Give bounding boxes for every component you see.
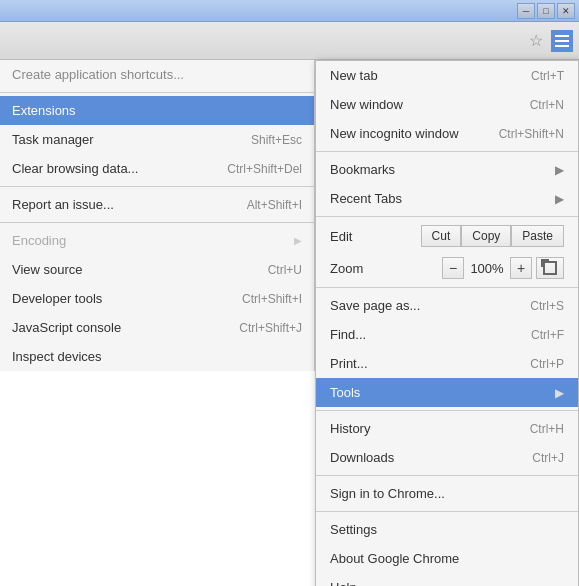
inspect-devices-label: Inspect devices: [12, 349, 102, 364]
left-separator-3: [0, 222, 314, 223]
menu-item-sign-in[interactable]: Sign in to Chrome...: [316, 479, 578, 508]
right-sep-6: [316, 511, 578, 512]
zoom-fullscreen-button[interactable]: [536, 257, 564, 279]
new-window-label: New window: [330, 97, 403, 112]
print-label: Print...: [330, 356, 368, 371]
right-sep-3: [316, 287, 578, 288]
javascript-console-label: JavaScript console: [12, 320, 121, 335]
menu-item-find[interactable]: Find... Ctrl+F: [316, 320, 578, 349]
zoom-value: 100%: [468, 261, 506, 276]
minimize-button[interactable]: ─: [517, 3, 535, 19]
javascript-console-shortcut: Ctrl+Shift+J: [239, 321, 302, 335]
create-shortcuts-item[interactable]: Create application shortcuts...: [0, 60, 314, 89]
tools-arrow-icon: ▶: [555, 386, 564, 400]
new-tab-shortcut: Ctrl+T: [531, 69, 564, 83]
print-shortcut: Ctrl+P: [530, 357, 564, 371]
menu-item-downloads[interactable]: Downloads Ctrl+J: [316, 443, 578, 472]
help-label: Help: [330, 580, 357, 586]
left-menu-item-view-source[interactable]: View source Ctrl+U: [0, 255, 314, 284]
bookmarks-arrow-icon: ▶: [555, 163, 564, 177]
view-source-shortcut: Ctrl+U: [268, 263, 302, 277]
clear-browsing-shortcut: Ctrl+Shift+Del: [227, 162, 302, 176]
new-incognito-label: New incognito window: [330, 126, 459, 141]
settings-label: Settings: [330, 522, 377, 537]
maximize-button[interactable]: □: [537, 3, 555, 19]
zoom-label: Zoom: [330, 261, 438, 276]
edit-label: Edit: [330, 229, 421, 244]
right-sep-2: [316, 216, 578, 217]
clear-browsing-label: Clear browsing data...: [12, 161, 138, 176]
menu-item-save-page[interactable]: Save page as... Ctrl+S: [316, 291, 578, 320]
menu-item-tools[interactable]: Tools ▶: [316, 378, 578, 407]
content-area: Create application shortcuts... Extensio…: [0, 60, 579, 586]
expand-icon: [543, 261, 557, 275]
developer-tools-label: Developer tools: [12, 291, 102, 306]
task-manager-shortcut: Shift+Esc: [251, 133, 302, 147]
menu-item-new-window[interactable]: New window Ctrl+N: [316, 90, 578, 119]
about-label: About Google Chrome: [330, 551, 459, 566]
downloads-label: Downloads: [330, 450, 394, 465]
edit-row: Edit Cut Copy Paste: [316, 220, 578, 252]
left-menu-item-clear-browsing[interactable]: Clear browsing data... Ctrl+Shift+Del: [0, 154, 314, 183]
menu-item-print[interactable]: Print... Ctrl+P: [316, 349, 578, 378]
left-menu-item-task-manager[interactable]: Task manager Shift+Esc: [0, 125, 314, 154]
left-menu-item-javascript-console[interactable]: JavaScript console Ctrl+Shift+J: [0, 313, 314, 342]
save-page-label: Save page as...: [330, 298, 420, 313]
left-separator-1: [0, 92, 314, 93]
menu-item-new-tab[interactable]: New tab Ctrl+T: [316, 61, 578, 90]
find-shortcut: Ctrl+F: [531, 328, 564, 342]
history-label: History: [330, 421, 370, 436]
bookmarks-label: Bookmarks: [330, 162, 395, 177]
left-menu-item-extensions[interactable]: Extensions: [0, 96, 314, 125]
tools-submenu: Create application shortcuts... Extensio…: [0, 60, 315, 371]
new-tab-label: New tab: [330, 68, 378, 83]
zoom-out-button[interactable]: −: [442, 257, 464, 279]
right-sep-4: [316, 410, 578, 411]
extensions-label: Extensions: [12, 103, 76, 118]
menu-item-new-incognito[interactable]: New incognito window Ctrl+Shift+N: [316, 119, 578, 148]
zoom-in-button[interactable]: +: [510, 257, 532, 279]
chrome-menu-button[interactable]: [551, 30, 573, 52]
report-issue-shortcut: Alt+Shift+I: [247, 198, 302, 212]
menu-item-history[interactable]: History Ctrl+H: [316, 414, 578, 443]
paste-button[interactable]: Paste: [511, 225, 564, 247]
developer-tools-shortcut: Ctrl+Shift+I: [242, 292, 302, 306]
menu-line-3: [555, 45, 569, 47]
left-menu-item-report-issue[interactable]: Report an issue... Alt+Shift+I: [0, 190, 314, 219]
right-sep-5: [316, 475, 578, 476]
chrome-context-menu: New tab Ctrl+T New window Ctrl+N New inc…: [315, 60, 579, 586]
menu-item-bookmarks[interactable]: Bookmarks ▶: [316, 155, 578, 184]
report-issue-label: Report an issue...: [12, 197, 114, 212]
menu-item-about[interactable]: About Google Chrome: [316, 544, 578, 573]
left-separator-2: [0, 186, 314, 187]
close-button[interactable]: ✕: [557, 3, 575, 19]
right-sep-1: [316, 151, 578, 152]
menu-item-settings[interactable]: Settings: [316, 515, 578, 544]
new-window-shortcut: Ctrl+N: [530, 98, 564, 112]
encoding-arrow-icon: ▶: [294, 235, 302, 246]
view-source-label: View source: [12, 262, 83, 277]
task-manager-label: Task manager: [12, 132, 94, 147]
history-shortcut: Ctrl+H: [530, 422, 564, 436]
toolbar: ☆: [0, 22, 579, 60]
left-menu-item-inspect-devices[interactable]: Inspect devices: [0, 342, 314, 371]
recent-tabs-arrow-icon: ▶: [555, 192, 564, 206]
sign-in-label: Sign in to Chrome...: [330, 486, 445, 501]
zoom-row: Zoom − 100% +: [316, 252, 578, 284]
copy-button[interactable]: Copy: [461, 225, 511, 247]
left-menu-item-encoding[interactable]: Encoding ▶: [0, 226, 314, 255]
title-bar: ─ □ ✕: [0, 0, 579, 22]
save-page-shortcut: Ctrl+S: [530, 299, 564, 313]
find-label: Find...: [330, 327, 366, 342]
tools-label: Tools: [330, 385, 360, 400]
encoding-label: Encoding: [12, 233, 66, 248]
cut-button[interactable]: Cut: [421, 225, 462, 247]
recent-tabs-label: Recent Tabs: [330, 191, 402, 206]
bookmark-star-icon[interactable]: ☆: [525, 30, 547, 52]
menu-line-1: [555, 35, 569, 37]
menu-line-2: [555, 40, 569, 42]
menu-item-recent-tabs[interactable]: Recent Tabs ▶: [316, 184, 578, 213]
menu-item-help[interactable]: Help: [316, 573, 578, 586]
left-menu-item-developer-tools[interactable]: Developer tools Ctrl+Shift+I: [0, 284, 314, 313]
left-panel: Create application shortcuts... Extensio…: [0, 60, 315, 586]
